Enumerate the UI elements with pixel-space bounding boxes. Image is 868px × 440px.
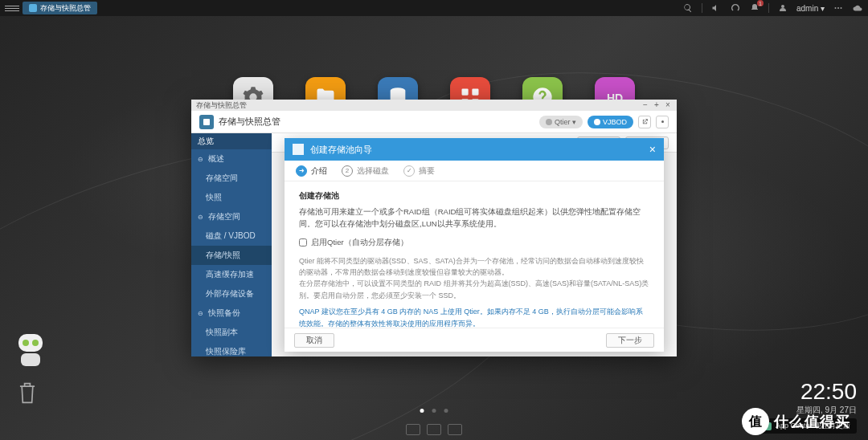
sidebar-item-label: 外部存储设备 xyxy=(206,288,254,299)
sidebar-item-4[interactable]: 磁盘 / VJBOD xyxy=(191,226,272,246)
content-pane: 新存储池 新磁盘区 创建存储池向导 × ➜介绍 2选择磁盘 ✓摘要 创建存储池 … xyxy=(272,133,677,356)
sidebar-nav: 总览 ⊖概述存储空间快照⊖存储空间磁盘 / VJBOD存储/快照高速缓存加速外部… xyxy=(191,133,272,356)
sidebar-item-label: 快照 xyxy=(206,192,222,203)
tray-slot[interactable] xyxy=(448,424,462,435)
window-title: 存储与快照总管 xyxy=(196,100,247,111)
search-icon[interactable] xyxy=(682,2,694,14)
cloud-icon[interactable] xyxy=(852,2,863,14)
chevron-icon: ⊖ xyxy=(198,156,204,163)
storage-app-icon xyxy=(199,115,214,129)
sidebar-item-label: 存储/快照 xyxy=(206,250,240,261)
svg-point-3 xyxy=(841,7,842,9)
sidebar-item-1[interactable]: 存储空间 xyxy=(191,169,272,188)
bottom-tray xyxy=(406,424,462,435)
recycle-bin-icon[interactable] xyxy=(16,379,39,406)
window-titlebar[interactable]: 存储与快照总管 − + × xyxy=(191,100,677,111)
svg-rect-5 xyxy=(462,89,469,96)
svg-point-0 xyxy=(781,5,784,8)
wizard-title-text: 创建存储池向导 xyxy=(310,144,372,156)
task-tab-label: 存储与快照总管 xyxy=(40,3,91,14)
sidebar-item-3[interactable]: ⊖存储空间 xyxy=(191,207,272,226)
watermark: 值 什么值得买 xyxy=(742,408,850,435)
wizard-cancel-button[interactable]: 取消 xyxy=(294,333,334,348)
user-avatar-icon[interactable] xyxy=(777,2,788,14)
sidebar-item-label: 概述 xyxy=(208,153,224,165)
wizard-close-button[interactable]: × xyxy=(649,143,656,156)
storage-manager-window: 存储与快照总管 − + × 存储与快照总管 Qtier ▾ VJBOD 总览 ⊖… xyxy=(191,100,677,356)
vjbod-toggle[interactable]: VJBOD xyxy=(588,116,633,128)
sidebar-item-8[interactable]: ⊖快照备份 xyxy=(191,304,272,323)
sidebar-item-0[interactable]: ⊖概述 xyxy=(191,149,272,169)
wizard-desc-1: Qtier 能将不同类型的驱动器(SSD、SAS、SATA)合并为一个存储池，经… xyxy=(299,255,649,279)
sidebar-item-label: 磁盘 / VJBOD xyxy=(206,230,256,242)
sidebar-header: 总览 xyxy=(191,133,272,149)
more-icon[interactable] xyxy=(833,2,844,14)
svg-rect-6 xyxy=(472,89,478,96)
separator xyxy=(702,3,702,13)
sidebar-item-label: 快照保险库 xyxy=(206,346,246,356)
assistant-robot-icon[interactable] xyxy=(14,334,47,369)
sidebar-item-label: 存储空间 xyxy=(208,211,240,222)
wizard-footer: 取消 下一步 xyxy=(285,328,664,352)
storage-icon xyxy=(29,4,37,12)
chevron-icon: ⊖ xyxy=(198,310,204,317)
wizard-intro-text: 存储池可用来建立一个或多个RAID组（RAID组可将实体磁盘组织起来）以供您弹性… xyxy=(299,206,649,230)
sidebar-item-label: 快照备份 xyxy=(208,308,240,319)
clock-time: 22:50 xyxy=(796,379,857,405)
wizard-step-summary[interactable]: ✓摘要 xyxy=(403,165,435,177)
tray-slot[interactable] xyxy=(406,424,420,435)
wizard-icon xyxy=(293,144,304,155)
sidebar-item-10[interactable]: 快照保险库 xyxy=(191,342,272,356)
wizard-step-intro[interactable]: ➜介绍 xyxy=(296,165,327,177)
volume-icon[interactable] xyxy=(710,2,722,14)
svg-point-2 xyxy=(837,7,839,9)
svg-rect-10 xyxy=(203,119,210,125)
main-menu-button[interactable] xyxy=(5,1,19,15)
chevron-icon: ⊖ xyxy=(198,214,204,221)
dashboard-icon[interactable] xyxy=(730,2,741,14)
wizard-heading: 创建存储池 xyxy=(299,189,649,202)
svg-point-1 xyxy=(835,7,837,9)
wizard-body: 创建存储池 存储池可用来建立一个或多个RAID组（RAID组可将实体磁盘组织起来… xyxy=(285,181,664,328)
window-maximize-button[interactable]: + xyxy=(653,101,661,109)
separator xyxy=(768,3,769,13)
watermark-text: 什么值得买 xyxy=(774,412,850,431)
sidebar-item-6[interactable]: 高速缓存加速 xyxy=(191,265,272,284)
qtier-checkbox[interactable] xyxy=(299,238,307,246)
sidebar-item-2[interactable]: 快照 xyxy=(191,188,272,207)
taskbar-tab-storage[interactable]: 存储与快照总管 xyxy=(23,2,97,14)
tray-slot[interactable] xyxy=(427,424,441,435)
system-topbar: 存储与快照总管 admin ▾ xyxy=(0,0,868,16)
window-close-button[interactable]: × xyxy=(664,101,672,109)
wizard-steps: ➜介绍 2选择磁盘 ✓摘要 xyxy=(285,161,664,181)
qtier-checkbox-label: 启用Qtier（自动分层存储） xyxy=(311,236,408,248)
app-header: 存储与快照总管 Qtier ▾ VJBOD xyxy=(191,111,677,133)
sidebar-item-5[interactable]: 存储/快照 xyxy=(191,246,272,265)
watermark-badge: 值 xyxy=(742,408,769,435)
sidebar-item-label: 高速缓存加速 xyxy=(206,269,254,280)
wizard-note: QNAP 建议您在至少具有 4 GB 内存的 NAS 上使用 Qtier。如果内… xyxy=(299,306,649,328)
wizard-step-disks[interactable]: 2选择磁盘 xyxy=(342,165,389,177)
wizard-next-button[interactable]: 下一步 xyxy=(606,333,654,348)
notifications-icon[interactable] xyxy=(749,2,760,14)
window-minimize-button[interactable]: − xyxy=(641,101,649,109)
sidebar-item-9[interactable]: 快照副本 xyxy=(191,323,272,342)
create-pool-wizard: 创建存储池向导 × ➜介绍 2选择磁盘 ✓摘要 创建存储池 存储池可用来建立一个… xyxy=(285,138,664,352)
sidebar-item-label: 存储空间 xyxy=(206,173,238,184)
app-title: 存储与快照总管 xyxy=(219,116,280,128)
qtier-toggle[interactable]: Qtier ▾ xyxy=(539,116,583,128)
external-link-icon[interactable] xyxy=(638,116,651,128)
settings-gear-icon[interactable] xyxy=(656,116,669,128)
wizard-titlebar: 创建存储池向导 × xyxy=(285,138,664,161)
wizard-desc-2: 在分层存储池中，可以设置不同类型的 RAID 组并将其分为超高速(SSD)、高速… xyxy=(299,278,649,301)
sidebar-item-7[interactable]: 外部存储设备 xyxy=(191,284,272,304)
desktop-page-indicator[interactable] xyxy=(420,409,448,413)
user-menu[interactable]: admin ▾ xyxy=(796,4,825,13)
sidebar-item-label: 快照副本 xyxy=(206,327,238,338)
